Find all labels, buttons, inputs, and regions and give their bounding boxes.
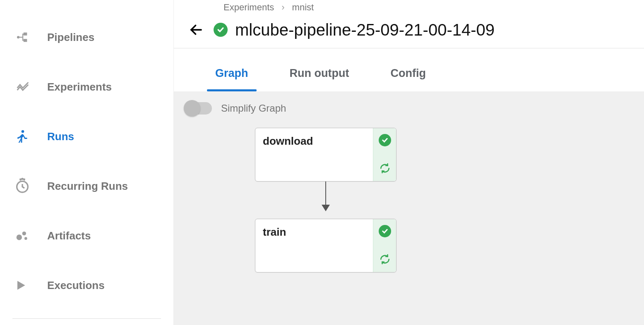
sidebar-item-label: Pipelines [47, 31, 94, 44]
chevron-right-icon: › [281, 2, 284, 13]
node-status-strip [373, 128, 396, 181]
tab-run-output[interactable]: Run output [277, 67, 362, 91]
pipelines-icon [14, 29, 35, 45]
refresh-icon[interactable] [380, 254, 390, 266]
sidebar-item-runs[interactable]: Runs [0, 112, 173, 161]
sidebar-item-experiments[interactable]: Experiments [0, 62, 173, 112]
refresh-icon[interactable] [380, 163, 390, 175]
sidebar: Pipelines Experiments Runs Recurring Run… [0, 0, 174, 325]
graph-nodes: download train [255, 128, 396, 272]
breadcrumb-mnist[interactable]: mnist [292, 2, 314, 13]
breadcrumb-experiments[interactable]: Experiments [223, 2, 274, 13]
check-icon [379, 225, 391, 237]
sidebar-item-label: Runs [47, 130, 74, 143]
main-content: Experiments › mnist mlcube-pipeline-25-0… [174, 0, 644, 325]
graph-area: Simplify Graph download [174, 91, 644, 325]
graph-node-download[interactable]: download [255, 128, 396, 182]
page-title: mlcube-pipeline-25-09-21-00-14-09 [235, 21, 495, 39]
sidebar-item-executions[interactable]: Executions [0, 260, 173, 310]
tab-graph[interactable]: Graph [203, 67, 261, 91]
simplify-label: Simplify Graph [221, 103, 286, 114]
graph-edge [325, 182, 326, 210]
simplify-toggle[interactable] [185, 102, 212, 115]
sidebar-item-label: Experiments [47, 81, 112, 93]
svg-point-0 [17, 36, 19, 38]
breadcrumb: Experiments › mnist [174, 0, 644, 15]
node-status-strip [373, 219, 396, 272]
executions-icon [14, 277, 35, 293]
runs-icon [14, 129, 35, 144]
sidebar-item-label: Artifacts [47, 229, 91, 242]
node-label: download [255, 128, 373, 181]
recurring-runs-icon [14, 178, 35, 194]
experiments-icon [14, 79, 35, 95]
back-button[interactable] [186, 20, 206, 40]
sidebar-item-label: Executions [47, 279, 105, 292]
graph-node-train[interactable]: train [255, 219, 396, 272]
tabs: Graph Run output Config [174, 48, 644, 91]
svg-rect-4 [22, 34, 23, 41]
toggle-knob [184, 100, 200, 117]
arrow-down-icon [322, 205, 330, 211]
tab-config[interactable]: Config [378, 67, 438, 91]
sidebar-item-label: Recurring Runs [47, 180, 128, 193]
svg-point-10 [17, 234, 22, 240]
node-label: train [255, 219, 373, 272]
status-success-icon [214, 23, 228, 37]
svg-point-7 [22, 130, 24, 133]
sidebar-item-pipelines[interactable]: Pipelines [0, 12, 173, 62]
sidebar-item-artifacts[interactable]: Artifacts [0, 211, 173, 260]
svg-rect-6 [22, 40, 24, 41]
svg-rect-5 [22, 34, 24, 35]
svg-rect-9 [19, 179, 25, 180]
title-row: mlcube-pipeline-25-09-21-00-14-09 [174, 15, 644, 48]
svg-point-11 [22, 232, 26, 235]
check-icon [379, 134, 391, 146]
artifacts-icon [14, 228, 35, 244]
simplify-row: Simplify Graph [174, 91, 644, 115]
sidebar-item-recurring-runs[interactable]: Recurring Runs [0, 161, 173, 211]
sidebar-separator [12, 318, 161, 319]
svg-point-12 [24, 237, 27, 240]
